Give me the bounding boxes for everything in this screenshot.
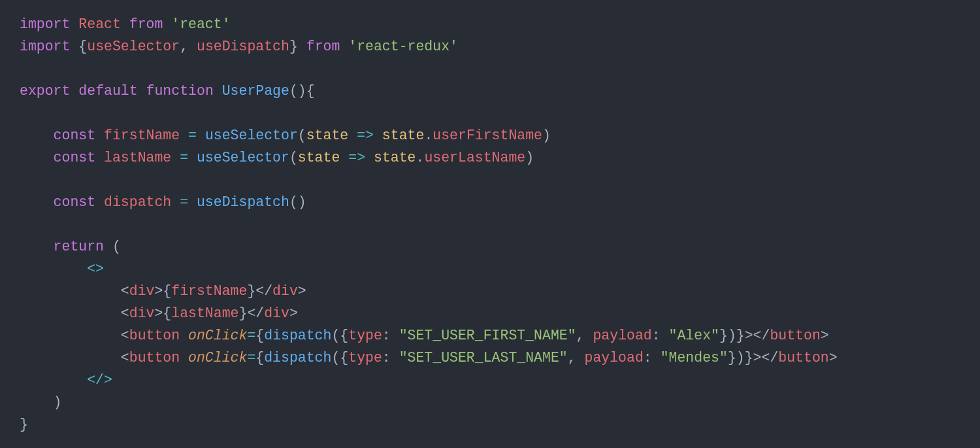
jsx-tag-div: div — [129, 283, 155, 299]
paren-close: })} — [719, 328, 745, 343]
string-action-type: "SET_USER_LAST_NAME" — [399, 350, 568, 366]
jsx-attr-onclick: onClick — [188, 328, 247, 343]
param-state: state — [306, 128, 349, 143]
keyword-import: import — [20, 16, 70, 32]
code-editor[interactable]: import React from 'react' import {useSel… — [0, 0, 980, 448]
brace-open: { — [163, 283, 171, 299]
code-line: </> — [20, 372, 112, 388]
colon: : — [382, 350, 399, 366]
keyword-default: default — [78, 83, 137, 99]
keyword-from: from — [129, 16, 163, 32]
brace-open: { — [255, 350, 264, 366]
param-state: state — [298, 150, 340, 165]
state-ref: state — [382, 128, 425, 143]
jsx-fragment-close: </> — [87, 372, 112, 388]
code-line: <> — [20, 261, 104, 277]
keyword-const: const — [54, 128, 96, 143]
state-ref: state — [374, 150, 416, 165]
var-lastname: lastName — [104, 150, 171, 165]
paren-open: ( — [289, 150, 298, 165]
keyword-const: const — [54, 194, 96, 210]
prop-payload: payload — [593, 328, 651, 343]
code-line: <div>{firstName}</div> — [20, 283, 306, 299]
prop-userlastname: userLastName — [424, 150, 525, 165]
angle-close: > — [821, 328, 829, 343]
comma: , — [568, 350, 585, 366]
angle-close: ></ — [753, 350, 779, 366]
jsx-fragment-open: <> — [87, 261, 104, 277]
colon: : — [644, 350, 661, 366]
brace-open: { — [255, 328, 264, 343]
brace-close: } — [289, 39, 298, 54]
angle-close: ></ — [745, 328, 770, 343]
angle-close: > — [154, 305, 163, 321]
code-line: const dispatch = useDispatch() — [20, 194, 306, 210]
arrow: => — [357, 128, 374, 143]
colon: : — [382, 328, 399, 343]
jsx-tag-div: div — [264, 305, 289, 321]
keyword-function: function — [146, 83, 214, 99]
code-line: import {useSelector, useDispatch} from '… — [20, 39, 458, 54]
equals: = — [247, 350, 255, 366]
keyword-from: from — [306, 39, 340, 54]
code-line: <button onClick={dispatch({type: "SET_US… — [20, 328, 829, 343]
function-name-userpage: UserPage — [222, 83, 289, 99]
prop-payload: payload — [585, 350, 644, 366]
angle-open: < — [121, 350, 129, 366]
equals: = — [247, 328, 255, 343]
string-payload: "Mendes" — [661, 350, 728, 366]
jsx-tag-div: div — [272, 283, 298, 299]
brace-open: { — [78, 39, 87, 54]
angle-open: < — [121, 328, 129, 343]
brace-close: } — [247, 283, 255, 299]
jsx-tag-div: div — [129, 305, 155, 321]
prop-type: type — [348, 328, 382, 343]
string-react-redux: 'react-redux' — [348, 39, 458, 54]
identifier-useselector: useSelector — [87, 39, 180, 54]
string-react: 'react' — [171, 16, 230, 32]
angle-open: < — [121, 305, 129, 321]
angle-open: </ — [255, 283, 272, 299]
jsx-tag-button: button — [778, 350, 828, 366]
colon: : — [652, 328, 669, 343]
brace-close: } — [20, 417, 28, 432]
paren-close: ) — [54, 394, 62, 410]
paren-open: ({ — [331, 328, 348, 343]
prop-userfirstname: userFirstName — [433, 128, 542, 143]
code-line: export default function UserPage(){ — [20, 83, 315, 99]
dot: . — [424, 128, 433, 143]
code-line: const lastName = useSelector(state => st… — [20, 150, 534, 165]
jsx-expr-lastname: lastName — [171, 305, 238, 321]
equals: = — [180, 150, 188, 165]
code-line: ) — [20, 394, 62, 410]
var-dispatch: dispatch — [104, 194, 171, 210]
paren-open: ( — [298, 128, 306, 143]
angle-close: > — [298, 283, 306, 299]
angle-close: > — [289, 305, 298, 321]
angle-close: > — [829, 350, 838, 366]
paren-close: })} — [728, 350, 753, 366]
keyword-const: const — [54, 150, 96, 165]
identifier-usedispatch: useDispatch — [197, 39, 289, 54]
jsx-tag-button: button — [770, 328, 820, 343]
keyword-export: export — [20, 83, 70, 99]
equals: = — [188, 128, 197, 143]
paren-close: ) — [525, 150, 534, 165]
comma: , — [576, 328, 593, 343]
brace-close: } — [238, 305, 247, 321]
dot: . — [416, 150, 424, 165]
prop-type: type — [348, 350, 382, 366]
jsx-tag-button: button — [129, 328, 180, 343]
parens: (){ — [289, 83, 315, 99]
paren-open: ({ — [331, 350, 348, 366]
jsx-tag-button: button — [129, 350, 180, 366]
equals: = — [180, 194, 188, 210]
paren-close: ) — [542, 128, 551, 143]
string-action-type: "SET_USER_FIRST_NAME" — [399, 328, 576, 343]
keyword-return: return — [54, 239, 104, 254]
call-useselector: useSelector — [205, 128, 298, 143]
var-firstname: firstName — [104, 128, 180, 143]
code-line: import React from 'react' — [20, 16, 231, 32]
angle-close: > — [154, 283, 163, 299]
call-dispatch: dispatch — [264, 350, 331, 366]
